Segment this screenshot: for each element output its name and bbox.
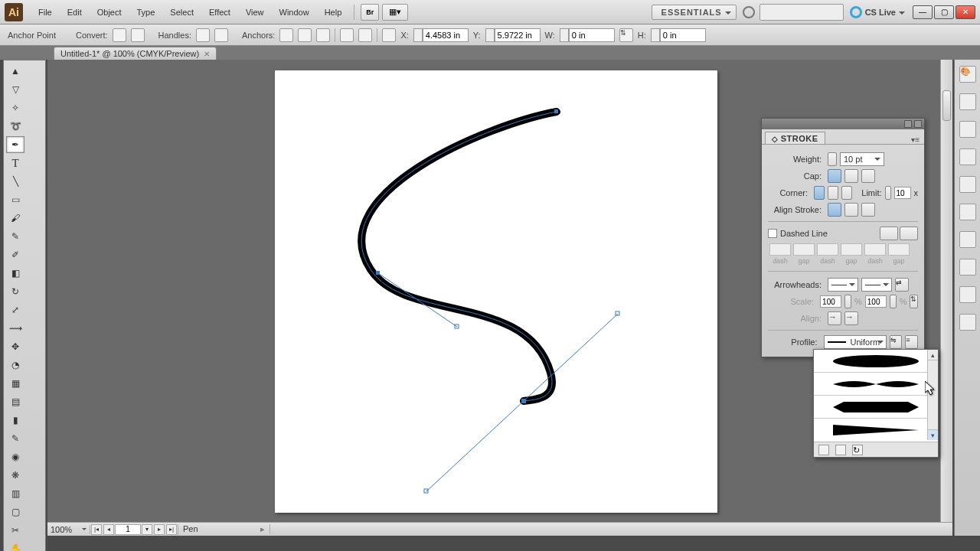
gradient-panel-icon[interactable] [959, 231, 976, 248]
dashed-line-checkbox[interactable] [768, 229, 777, 238]
blob-brush-tool[interactable]: ✐ [6, 246, 24, 263]
eyedropper-tool[interactable]: ✎ [6, 430, 24, 447]
profile-dropdown[interactable]: Uniform [824, 335, 887, 349]
search-input[interactable] [760, 4, 844, 21]
appearance-icon[interactable] [959, 286, 976, 303]
blend-tool[interactable]: ◉ [6, 448, 24, 465]
magic-wand-tool[interactable]: ✧ [6, 99, 24, 116]
anchor-btn-1[interactable] [279, 28, 293, 42]
panel-close-icon[interactable] [914, 120, 922, 128]
line-tool[interactable]: ╲ [6, 173, 24, 190]
menu-view[interactable]: View [238, 5, 272, 20]
scale-tool[interactable]: ⤢ [6, 302, 24, 318]
artboard-dropdown[interactable]: ▾ [142, 524, 152, 535]
weight-field[interactable]: 10 pt [840, 152, 884, 166]
menu-effect[interactable]: Effect [201, 5, 238, 20]
handles-show-button[interactable] [196, 28, 210, 42]
corner-round-button[interactable] [828, 186, 838, 200]
link-scale-button[interactable]: ⇅ [910, 295, 918, 308]
h-stepper[interactable] [651, 28, 660, 42]
stroke-tab[interactable]: ◇ STROKE [765, 132, 825, 144]
shape-builder-tool[interactable]: ◔ [6, 357, 24, 373]
graph-tool[interactable]: ▥ [6, 485, 24, 502]
cslive-button[interactable]: CS Live [865, 8, 905, 17]
last-artboard-button[interactable]: ▸| [166, 524, 177, 535]
dash-align-button[interactable] [900, 227, 918, 240]
flip-along-button[interactable]: ⇋ [890, 335, 903, 349]
profile-option-1[interactable] [814, 350, 938, 373]
isolate-btn[interactable] [382, 28, 396, 42]
menu-window[interactable]: Window [272, 5, 317, 20]
gap-1-field[interactable] [793, 243, 815, 256]
anchor-btn-3[interactable] [316, 28, 330, 42]
cap-round-button[interactable] [844, 169, 858, 183]
h-field[interactable] [660, 28, 706, 42]
color-guide-icon[interactable] [959, 93, 976, 110]
menu-object[interactable]: Object [90, 5, 129, 20]
gap-2-field[interactable] [841, 243, 862, 256]
eraser-tool[interactable]: ◧ [6, 265, 24, 282]
cap-projecting-button[interactable] [861, 169, 875, 183]
pencil-tool[interactable]: ✎ [6, 228, 24, 245]
free-transform-tool[interactable]: ✥ [6, 338, 24, 355]
transparency-icon[interactable] [959, 259, 976, 276]
window-minimize[interactable]: — [913, 5, 933, 19]
reset-profile-button[interactable]: ↻ [852, 445, 863, 455]
bridge-icon[interactable]: Br [361, 4, 379, 21]
profile-option-4[interactable] [814, 419, 938, 442]
x-field[interactable] [423, 28, 469, 42]
menu-edit[interactable]: Edit [60, 5, 90, 20]
artboard-number-field[interactable] [115, 524, 141, 535]
delete-profile-button[interactable] [835, 445, 846, 455]
prev-artboard-button[interactable]: ◂ [103, 524, 114, 535]
align-center-button[interactable] [828, 203, 841, 217]
paintbrush-tool[interactable]: 🖌 [6, 210, 24, 227]
mesh-tool[interactable]: ▤ [6, 393, 24, 410]
cap-butt-button[interactable] [828, 169, 841, 183]
slice-tool[interactable]: ✂ [6, 522, 24, 539]
document-tab[interactable]: Untitled-1* @ 100% (CMYK/Preview) ✕ [54, 47, 217, 60]
align-btn-1[interactable] [340, 28, 354, 42]
swatches-icon[interactable] [959, 121, 976, 138]
vertical-scrollbar[interactable] [940, 60, 952, 523]
limit-stepper[interactable] [885, 186, 891, 200]
arrowhead-end-dropdown[interactable] [861, 278, 892, 292]
scale-start-stepper[interactable] [844, 295, 851, 308]
menu-file[interactable]: File [31, 5, 60, 20]
align-arrow-2-button[interactable]: → [844, 311, 858, 325]
window-maximize[interactable]: ▢ [934, 5, 954, 19]
zoom-dropdown[interactable]: 100% [47, 525, 90, 534]
link-wh-button[interactable]: ⇅ [619, 28, 633, 42]
handles-hide-button[interactable] [214, 28, 228, 42]
lasso-tool[interactable]: ➰ [6, 118, 24, 135]
profile-option-3[interactable] [814, 396, 938, 419]
brushes-icon[interactable] [959, 148, 976, 165]
menu-type[interactable]: Type [129, 5, 163, 20]
dash-2-field[interactable] [817, 243, 838, 256]
artboard[interactable] [275, 70, 717, 513]
w-stepper[interactable] [560, 28, 569, 42]
weight-stepper[interactable] [828, 152, 837, 166]
panel-collapse-icon[interactable] [904, 120, 912, 128]
next-artboard-button[interactable]: ▸ [154, 524, 165, 535]
dash-3-field[interactable] [864, 243, 886, 256]
pen-tool[interactable]: ✒ [6, 136, 24, 153]
limit-field[interactable] [894, 187, 911, 199]
gradient-tool[interactable]: ▮ [6, 412, 24, 429]
first-artboard-button[interactable]: |◂ [91, 524, 102, 535]
rectangle-tool[interactable]: ▭ [6, 191, 24, 208]
close-tab-icon[interactable]: ✕ [204, 50, 210, 58]
gap-3-field[interactable] [888, 243, 910, 256]
rotate-tool[interactable]: ↻ [6, 283, 24, 300]
window-close[interactable]: ✕ [956, 5, 975, 19]
workspace-switcher[interactable]: ESSENTIALS [652, 5, 737, 20]
artboard-tool[interactable]: ▢ [6, 504, 24, 520]
layers-icon[interactable] [959, 314, 976, 331]
scale-start-field[interactable] [820, 295, 841, 308]
convert-corner-button[interactable] [113, 28, 126, 42]
swap-arrowheads-button[interactable]: ⇄ [895, 278, 909, 292]
direct-selection-tool[interactable]: ▽ [6, 81, 24, 98]
w-field[interactable] [569, 28, 615, 42]
menu-select[interactable]: Select [162, 5, 201, 20]
scale-end-field[interactable] [865, 295, 887, 308]
